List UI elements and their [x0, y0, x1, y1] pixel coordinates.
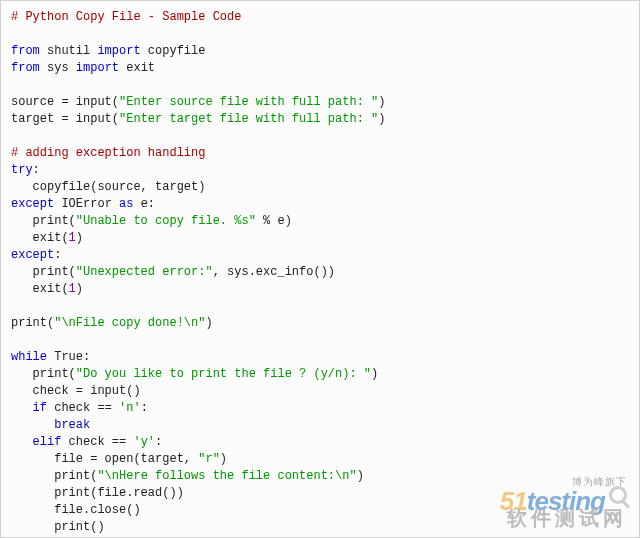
comment: # adding exception handling: [11, 146, 205, 160]
kw: from: [11, 44, 40, 58]
code-block: # Python Copy File - Sample Code from sh…: [11, 9, 629, 538]
comment: # Python Copy File - Sample Code: [11, 10, 241, 24]
